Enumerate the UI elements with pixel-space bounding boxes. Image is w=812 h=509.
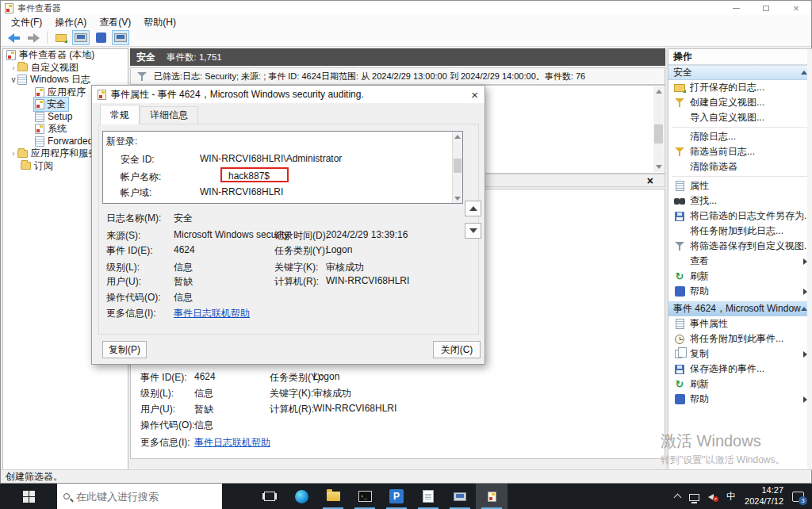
action-attach-task-to-event[interactable]: 将任务附加到此事件... bbox=[668, 331, 812, 346]
notification-center-icon[interactable]: 3 bbox=[792, 492, 804, 502]
arrow-down-icon bbox=[454, 197, 461, 201]
scroll-up-button[interactable] bbox=[653, 86, 664, 97]
menu-view[interactable]: 查看(V) bbox=[94, 15, 136, 30]
collapse-section-icon bbox=[801, 71, 807, 75]
scrollbar-thumb[interactable] bbox=[454, 159, 462, 173]
menu-file[interactable]: 文件(F) bbox=[6, 15, 48, 30]
tree-item-root[interactable]: 事件查看器 (本地) bbox=[3, 49, 128, 62]
maximize-button[interactable] bbox=[751, 1, 781, 15]
field-label: 用户(U): bbox=[140, 404, 175, 415]
action-find[interactable]: 查找... bbox=[668, 193, 812, 209]
event-list-scrollbar[interactable] bbox=[653, 86, 664, 172]
field-label: 级别(L): bbox=[140, 388, 174, 399]
field-value: 暂缺 bbox=[194, 404, 213, 415]
tray-overflow-chevron-icon[interactable] bbox=[674, 494, 682, 502]
action-clear-filter[interactable]: 清除筛选器 bbox=[668, 159, 812, 174]
actions-section-event-4624[interactable]: 事件 4624，Microsoft Windows se... bbox=[668, 301, 812, 316]
refresh-icon: ↻ bbox=[676, 379, 684, 389]
tab-general[interactable]: 常规 bbox=[100, 105, 140, 124]
windows-logo-icon bbox=[23, 491, 35, 503]
start-button[interactable] bbox=[0, 484, 57, 509]
task-view-button[interactable] bbox=[254, 484, 285, 509]
minimize-button[interactable] bbox=[721, 1, 751, 15]
scroll-down-button[interactable] bbox=[653, 162, 664, 172]
collapse-arrow-icon[interactable]: › bbox=[10, 63, 17, 72]
task-view-icon bbox=[264, 492, 275, 501]
save-icon bbox=[675, 212, 684, 221]
folder-icon bbox=[17, 63, 28, 71]
properties-icon bbox=[676, 319, 684, 329]
back-button[interactable] bbox=[5, 30, 22, 45]
action-event-properties[interactable]: 事件属性 bbox=[668, 316, 812, 331]
volume-muted-icon[interactable]: × bbox=[708, 492, 718, 500]
log-header-bar: 安全 事件数: 1,751 bbox=[130, 48, 665, 66]
action-view[interactable]: 查看 bbox=[668, 254, 812, 269]
action-attach-task-to-log[interactable]: 将任务附加到此日志... bbox=[668, 224, 812, 239]
close-icon: × bbox=[793, 3, 799, 13]
actions-pane: 操作 安全 打开保存的日志... 创建自定义视图... 导入自定义视图... 清… bbox=[668, 48, 812, 470]
funnel-icon bbox=[675, 147, 685, 157]
action-copy[interactable]: 复制 bbox=[668, 346, 812, 362]
action-refresh[interactable]: ↻刷新 bbox=[668, 269, 812, 284]
file-explorer-button[interactable] bbox=[317, 484, 349, 509]
action-create-custom-view[interactable]: 创建自定义视图... bbox=[668, 95, 812, 110]
network-icon[interactable] bbox=[689, 494, 699, 501]
show-action-pane-button[interactable] bbox=[112, 30, 129, 45]
close-preview-button[interactable]: × bbox=[647, 174, 653, 187]
action-import-custom-view[interactable]: 导入自定义视图... bbox=[668, 110, 812, 125]
action-save-filtered-log[interactable]: 将已筛选的日志文件另存为... bbox=[668, 209, 812, 224]
close-button[interactable]: × bbox=[781, 1, 811, 15]
command-prompt-button[interactable]: ›_ bbox=[349, 484, 381, 509]
field-value: Logon bbox=[326, 244, 352, 255]
tab-details[interactable]: 详细信息 bbox=[140, 106, 198, 124]
taskbar-search[interactable] bbox=[57, 484, 222, 509]
powerpoint-button[interactable]: P bbox=[381, 484, 412, 509]
show-console-tree-button[interactable] bbox=[72, 30, 90, 45]
field-value: WIN-RRCVI68HLRI bbox=[200, 186, 283, 197]
scrollbar-thumb[interactable] bbox=[654, 124, 663, 144]
ime-indicator[interactable]: 中 bbox=[726, 490, 736, 503]
action-open-saved-log[interactable]: 打开保存的日志... bbox=[668, 80, 812, 95]
copy-button[interactable]: 复制(P) bbox=[102, 341, 147, 358]
close-dialog-button[interactable]: 关闭(C) bbox=[433, 341, 481, 358]
field-label: 事件 ID(E): bbox=[106, 244, 153, 258]
action-save-selected-events[interactable]: 保存选择的事件... bbox=[668, 362, 812, 377]
action-help[interactable]: 帮助 bbox=[668, 284, 812, 299]
action-save-filter-to-custom-view[interactable]: 将筛选器保存到自定义视图... bbox=[668, 239, 812, 254]
action-properties[interactable]: 属性 bbox=[668, 178, 812, 193]
log-group-icon bbox=[17, 75, 27, 85]
description-scrollbar[interactable] bbox=[452, 132, 462, 203]
help-toolbar-button[interactable] bbox=[92, 30, 109, 45]
notepad-button[interactable] bbox=[412, 484, 444, 509]
event-log-online-help-link[interactable]: 事件日志联机帮助 bbox=[174, 308, 250, 319]
field-value: 安全 bbox=[174, 212, 193, 225]
actions-scrollbar[interactable] bbox=[807, 49, 812, 469]
action-help-event[interactable]: 帮助 bbox=[668, 392, 812, 407]
action-clear-log[interactable]: 清除日志... bbox=[668, 129, 812, 144]
scroll-up-button[interactable] bbox=[453, 132, 462, 141]
scroll-down-button[interactable] bbox=[453, 193, 462, 203]
action-refresh-event[interactable]: ↻刷新 bbox=[668, 377, 812, 392]
open-saved-log-button[interactable] bbox=[52, 30, 70, 45]
next-event-button[interactable] bbox=[465, 223, 481, 239]
event-count: 事件数: 1,751 bbox=[167, 52, 222, 63]
system-tool-button[interactable] bbox=[444, 484, 476, 509]
event-log-online-help-link[interactable]: 事件日志联机帮助 bbox=[194, 437, 270, 448]
dialog-close-button[interactable]: × bbox=[471, 86, 478, 103]
expand-arrow-icon[interactable]: v bbox=[10, 75, 17, 84]
forward-button[interactable] bbox=[25, 30, 42, 45]
tree-item-custom-views[interactable]: › 自定义视图 bbox=[3, 62, 128, 75]
field-label: 操作代码(O): bbox=[140, 419, 195, 431]
event-viewer-taskbar-button[interactable] bbox=[476, 484, 508, 509]
log-icon bbox=[35, 99, 44, 109]
action-filter-current-log[interactable]: 筛选当前日志... bbox=[668, 144, 812, 159]
menu-action[interactable]: 操作(A) bbox=[49, 15, 92, 30]
menu-help[interactable]: 帮助(H) bbox=[138, 15, 182, 30]
actions-section-security[interactable]: 安全 bbox=[668, 65, 812, 80]
previous-event-button[interactable] bbox=[465, 201, 481, 216]
collapse-arrow-icon[interactable]: › bbox=[10, 149, 17, 158]
edge-button[interactable] bbox=[285, 484, 317, 509]
status-bar: 创建筛选器。 bbox=[1, 469, 811, 483]
search-input[interactable] bbox=[76, 491, 195, 503]
clock[interactable]: 14:27 2024/7/12 bbox=[745, 485, 783, 507]
